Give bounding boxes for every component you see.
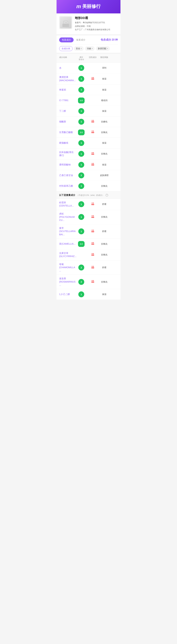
ingredient-name: 迷迭香(ROSMARINUS ...: [59, 277, 76, 287]
ingredient-purpose: 保湿: [98, 293, 110, 296]
svg-point-8: [92, 120, 93, 121]
product-info: 翊形DD霜 备案号：粤G妆网备字2021107701 品牌起源国：中国 生产工厂…: [75, 16, 118, 32]
safety-score: 1: [78, 119, 84, 125]
question-mark-icon[interactable]: ?: [106, 194, 108, 196]
safety-badge: 1: [76, 151, 87, 157]
table-row[interactable]: 积雪草(CENTELLA...1 舒缓: [57, 199, 120, 210]
svg-point-48: [92, 280, 93, 281]
safety-badge: 1: [76, 183, 87, 189]
ingredient-name: 丁二醇: [59, 110, 76, 113]
product-image: DD霜: [59, 16, 72, 29]
table-row[interactable]: CI 778911-3着色剂: [57, 95, 120, 106]
product-meta: 备案号：粤G妆网备字2021107701 品牌起源国：中国 生产工厂：广州美颜美…: [75, 21, 118, 32]
table-row[interactable]: 透明质酸钠1 保湿: [57, 160, 120, 170]
table-row[interactable]: 烟酰胺1 抗糖化: [57, 116, 120, 127]
tab-packaging[interactable]: 包装成分: [59, 38, 74, 42]
ingredient-name: 澳洲坚果(MACADAMIA...: [59, 76, 76, 82]
svg-point-32: [92, 230, 93, 231]
safety-badge: 1: [76, 140, 87, 146]
svg-point-40: [92, 253, 93, 254]
svg-point-14: [93, 130, 94, 132]
ingredient-purpose: 舒缓: [98, 203, 110, 206]
safety-badge: 1: [76, 228, 87, 234]
safety-score: 1-3: [78, 98, 85, 104]
svg-text:DD霜: DD霜: [65, 22, 67, 23]
table-row[interactable]: 1,2-己二醇1保湿: [57, 289, 120, 300]
ingredient-purpose: 保湿: [98, 163, 110, 166]
svg-point-38: [93, 242, 94, 243]
safety-badge: 2: [76, 264, 87, 270]
table-row[interactable]: 水1溶剂: [57, 63, 120, 73]
safety-score: 1: [78, 292, 84, 297]
table-row[interactable]: 澳洲坚果(MACADAMIA...1 保湿: [57, 73, 120, 84]
safety-badge: 1: [76, 201, 87, 207]
active-icon-cell: [87, 202, 98, 206]
safety-badge: 1-3: [76, 98, 87, 104]
ingredient-purpose: 抗氧化: [98, 216, 110, 218]
filter-safety-button[interactable]: 安全: [74, 46, 84, 51]
ingredient-purpose: 保湿: [98, 88, 110, 91]
table-row[interactable]: 母菊(CHAMOMILLA ...2 舒缓: [57, 260, 120, 275]
product-name: 翊形DD霜: [75, 16, 118, 20]
table-row[interactable]: 抗坏血酸(维生素C)1 抗氧化: [57, 148, 120, 160]
ingredient-name: 对羟基苯乙酮: [59, 184, 76, 188]
table-row[interactable]: 生育酚乙酸酯2-3 抗氧化: [57, 127, 120, 138]
active-icon-cell: [87, 242, 98, 246]
active-ingredient-icon: [91, 163, 95, 167]
th-safety: 成分安全分: [76, 56, 87, 61]
table-row[interactable]: 硬脂酸镁1保湿: [57, 138, 120, 148]
tab-filing[interactable]: 备案成分: [76, 38, 85, 42]
safety-score: 1: [78, 151, 84, 157]
active-ingredient-icon: [91, 242, 95, 246]
filter-skin-button[interactable]: 肤质匹配: [96, 46, 110, 51]
table-row[interactable]: 光果甘草(GLYCYRRHIZ... 抗氧化: [57, 249, 120, 260]
app-header: m 美丽修行: [57, 0, 120, 14]
safety-badge: 1: [76, 87, 87, 93]
table-row[interactable]: 虎杖(POLYGONUM CU...1 抗氧化: [57, 210, 120, 224]
ingredient-purpose: 抗氧化: [98, 253, 110, 256]
active-ingredient-icon: [91, 120, 95, 124]
svg-point-39: [93, 244, 94, 245]
filter-all-button[interactable]: 全成分表: [59, 46, 73, 51]
safety-badge: 1: [76, 292, 87, 297]
svg-rect-2: [64, 24, 67, 25]
table-row[interactable]: 丁二醇1保湿: [57, 106, 120, 116]
safety-score: 1: [78, 76, 84, 82]
svg-point-16: [92, 152, 93, 153]
table-row[interactable]: 茶(CAMELLIA...2-4 抗氧化: [57, 239, 120, 249]
table-row[interactable]: 黄芩(SCUTELLARIA BAI...1 舒缓: [57, 224, 120, 239]
safety-score: 1: [78, 108, 84, 114]
svg-point-26: [93, 202, 94, 204]
svg-point-28: [92, 215, 93, 216]
ingredient-name: 虎杖(POLYGONUM CU...: [59, 212, 76, 222]
ingredient-name: 母菊(CHAMOMILLA ...: [59, 263, 76, 272]
table-row[interactable]: 对羟基苯乙酮1抗氧化: [57, 181, 120, 192]
ingredient-name: 生育酚乙酸酯: [59, 131, 76, 134]
ingredient-name: 茶(CAMELLIA...: [59, 242, 76, 246]
ingredient-purpose: 保湿: [98, 110, 110, 112]
active-icon-cell: [87, 130, 98, 134]
filter-row: 全成分表 安全 功效 肤质匹配: [59, 44, 118, 53]
table-row[interactable]: 迷迭香(ROSMARINUS ...2 抗氧化: [57, 275, 120, 289]
app-name: 美丽修行: [82, 3, 101, 10]
ingredient-count: 包含成分 20 种: [101, 38, 118, 42]
ingredient-purpose: 抗氧化: [98, 152, 110, 155]
micro-sub: （不超过0.1%（w/w）的成分）: [77, 194, 104, 196]
tabs-row: 包装成分 备案成分 包含成分 20 种: [59, 36, 118, 44]
svg-point-50: [93, 280, 94, 281]
table-row[interactable]: 角鲨烷1保湿: [57, 84, 120, 95]
th-name: 成分名称: [59, 56, 76, 61]
filter-function-button[interactable]: 功效: [85, 46, 95, 51]
active-icon-cell: [87, 152, 98, 156]
ingredient-table: 成分名称 成分安全分 活性成分 致痘风险 水1溶剂澳洲坚果(MACADAMIA.…: [57, 54, 120, 300]
svg-point-35: [93, 231, 94, 232]
ingredient-name: 乙基己基甘油: [59, 174, 76, 177]
th-acne: 致痘风险: [98, 56, 110, 61]
ingredient-name: 透明质酸钠: [59, 163, 76, 166]
safety-score: 1: [78, 140, 84, 146]
product-filing: 备案号：粤G妆网备字2021107701: [75, 21, 118, 24]
ingredient-purpose: 溶剂: [98, 66, 110, 69]
table-row[interactable]: 乙基己基甘油2皮肤调理: [57, 170, 120, 181]
svg-point-7: [93, 78, 94, 80]
product-section: DD霜 翊形DD霜 备案号：粤G妆网备字2021107701 品牌起源国：中国 …: [57, 14, 120, 34]
